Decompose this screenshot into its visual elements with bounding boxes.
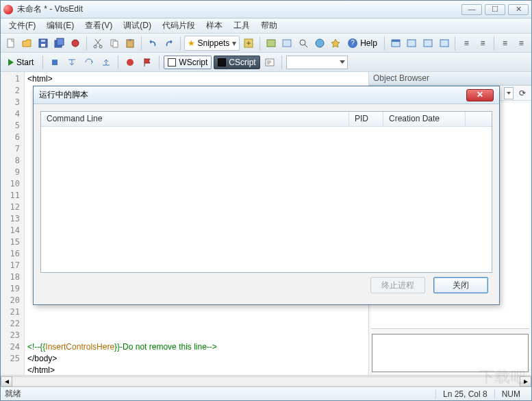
wscript-button[interactable]: WScript <box>164 56 212 69</box>
svg-rect-12 <box>129 39 131 41</box>
star-icon: ★ <box>188 38 195 48</box>
panel2-icon[interactable] <box>280 36 295 51</box>
step-out-icon[interactable] <box>99 55 114 70</box>
separator <box>180 36 181 50</box>
cscript-label: CScript <box>229 58 255 67</box>
col-creation-date[interactable]: Creation Date <box>383 112 466 126</box>
panel1-icon[interactable] <box>264 36 279 51</box>
redo-icon[interactable] <box>162 36 177 51</box>
comment-icon[interactable]: ≡ <box>498 36 513 51</box>
separator <box>494 36 494 50</box>
object-browser-detail[interactable] <box>372 334 529 372</box>
menu-snippets[interactable]: 代码片段 <box>157 19 201 33</box>
snippets-label: Snippets <box>198 38 230 48</box>
start-label: Start <box>16 58 34 67</box>
console-icon[interactable] <box>262 55 277 70</box>
svg-rect-2 <box>41 44 45 47</box>
undo-icon[interactable] <box>145 36 160 51</box>
cut-icon[interactable] <box>90 36 105 51</box>
uncomment-icon[interactable]: ≡ <box>514 36 529 51</box>
svg-rect-0 <box>8 39 14 47</box>
svg-rect-19 <box>392 40 400 42</box>
menu-debug[interactable]: 调试(D) <box>118 19 157 33</box>
separator <box>259 36 260 50</box>
scroll-right-icon[interactable]: ▸ <box>520 376 531 387</box>
help-icon: ? <box>348 38 357 48</box>
separator <box>141 36 142 50</box>
window3-icon[interactable] <box>420 36 435 51</box>
cscript-icon <box>218 58 226 66</box>
paste-icon[interactable] <box>123 36 138 51</box>
separator <box>86 36 87 50</box>
play-icon <box>8 59 14 66</box>
window2-icon[interactable] <box>404 36 419 51</box>
svg-rect-21 <box>424 40 432 47</box>
main-area: 1234567891011121314151617181920212223242… <box>1 72 531 375</box>
copy-icon[interactable] <box>107 36 122 51</box>
minimize-button[interactable]: — <box>461 4 482 15</box>
object-browser-title: Object Browser <box>369 72 531 86</box>
separator <box>42 56 43 69</box>
toolbar-run: Start WScript CScript <box>1 53 531 72</box>
svg-rect-14 <box>267 40 275 47</box>
kill-process-button[interactable]: 终止进程 <box>370 277 425 293</box>
help-button[interactable]: ? Help <box>344 36 381 51</box>
world-icon[interactable] <box>312 36 327 51</box>
menu-file[interactable]: 文件(F) <box>3 19 41 33</box>
step-over-icon[interactable] <box>81 55 97 70</box>
hscrollbar[interactable]: ◂ ▸ <box>1 375 531 387</box>
wizard-icon[interactable] <box>328 36 343 51</box>
separator <box>281 56 282 69</box>
svg-rect-23 <box>52 60 58 65</box>
window4-icon[interactable] <box>437 36 452 51</box>
args-combo[interactable] <box>286 56 348 69</box>
flag-icon[interactable] <box>140 55 155 70</box>
dialog-close-button[interactable]: ✕ <box>466 89 494 101</box>
svg-rect-5 <box>57 38 64 45</box>
window1-icon[interactable] <box>388 36 403 51</box>
indent-icon[interactable]: ≡ <box>459 36 474 51</box>
cscript-button[interactable]: CScript <box>214 56 259 69</box>
snippet-add-icon[interactable] <box>241 36 256 51</box>
col-command-line[interactable]: Command Line <box>41 112 349 126</box>
menu-help[interactable]: 帮助 <box>255 19 283 33</box>
maximize-button[interactable]: ☐ <box>485 4 505 15</box>
toolbar-main: ★ Snippets ▾ ? Help ≡ ≡ ≡ ≡ <box>1 34 531 53</box>
svg-point-6 <box>72 40 79 47</box>
outdent-icon[interactable]: ≡ <box>475 36 490 51</box>
menu-edit[interactable]: 编辑(E) <box>41 19 79 33</box>
close-button[interactable]: ✕ <box>508 4 529 15</box>
process-listview[interactable]: Command Line PID Creation Date <box>40 111 492 273</box>
col-pid[interactable]: PID <box>349 112 383 126</box>
menu-samples[interactable]: 样本 <box>201 19 228 33</box>
menu-view[interactable]: 查看(V) <box>79 19 118 33</box>
start-button[interactable]: Start <box>3 55 38 70</box>
close-dialog-button[interactable]: 关闭 <box>433 277 488 293</box>
dialog-titlebar: 运行中的脚本 ✕ <box>34 86 499 104</box>
svg-point-16 <box>300 40 305 45</box>
line-gutter: 1234567891011121314151617181920212223242… <box>1 72 25 375</box>
open-file-icon[interactable] <box>20 36 35 51</box>
svg-rect-15 <box>283 40 291 47</box>
scroll-track[interactable] <box>12 376 520 387</box>
svg-point-17 <box>316 39 324 47</box>
stop-icon[interactable] <box>47 55 62 70</box>
svg-rect-22 <box>440 40 448 47</box>
new-file-icon[interactable] <box>3 36 18 51</box>
svg-rect-10 <box>113 41 118 47</box>
save-icon[interactable] <box>36 36 51 51</box>
ob-dropdown[interactable] <box>504 87 514 99</box>
save-all-icon[interactable] <box>52 36 67 51</box>
breakpoint-icon[interactable] <box>123 55 138 70</box>
listview-header: Command Line PID Creation Date <box>41 112 492 127</box>
snippets-dropdown[interactable]: ★ Snippets ▾ <box>184 36 240 51</box>
find-icon[interactable] <box>296 36 311 51</box>
col-padding <box>466 112 492 126</box>
scroll-left-icon[interactable]: ◂ <box>1 376 12 387</box>
separator <box>384 36 385 50</box>
menu-tools[interactable]: 工具 <box>228 19 255 33</box>
record-icon[interactable] <box>68 36 84 51</box>
separator <box>159 56 160 69</box>
ob-refresh-icon[interactable]: ⟳ <box>516 87 529 99</box>
step-into-icon[interactable] <box>64 55 79 70</box>
